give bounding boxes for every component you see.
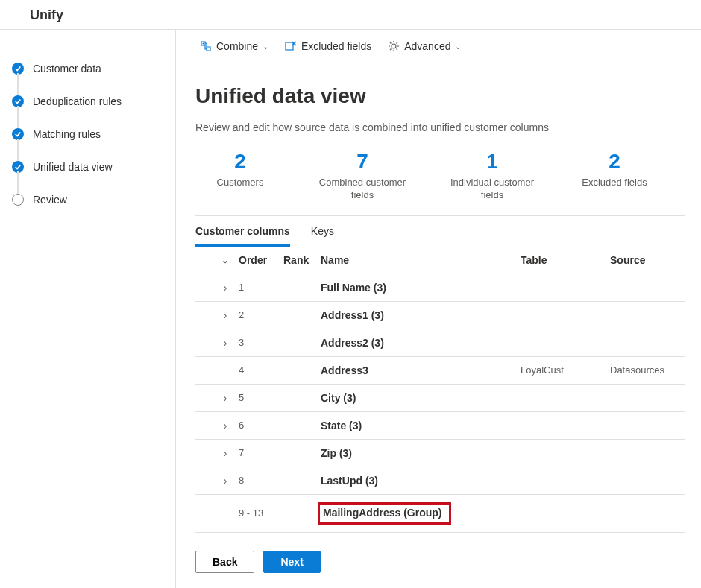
table-header: ⌄ Order Rank Name Table Source: [195, 247, 685, 274]
cell-name: Zip (3): [321, 447, 521, 459]
combine-icon: [200, 40, 212, 52]
order-header[interactable]: Order: [239, 254, 283, 266]
page-title: Unified data view: [195, 84, 685, 108]
table-row[interactable]: ›2Address1 (3): [195, 302, 685, 329]
stat-individual-fields: 1 Individual customer fields: [440, 150, 544, 202]
excluded-label: Excluded fields: [301, 40, 371, 52]
highlighted-name: MailingAddress (Group): [318, 502, 451, 525]
back-button[interactable]: Back: [195, 551, 254, 573]
sidebar-step-matching[interactable]: Matching rules: [12, 118, 160, 151]
svg-point-4: [392, 44, 396, 48]
table-row[interactable]: ›5City (3): [195, 385, 685, 412]
cell-order: 4: [239, 364, 283, 376]
sidebar-step-unified-view[interactable]: Unified data view: [12, 151, 160, 183]
customer-columns-table: ⌄ Order Rank Name Table Source ›1Full Na…: [195, 247, 685, 537]
stat-label: Individual customer fields: [440, 177, 544, 202]
cell-order: 7: [239, 447, 283, 458]
next-button[interactable]: Next: [263, 551, 320, 573]
table-row[interactable]: ›7Zip (3): [195, 440, 685, 467]
stat-excluded-fields: 2 Excluded fields: [570, 150, 659, 202]
table-row[interactable]: ›3Address2 (3): [195, 329, 685, 357]
stat-combined-fields: 7 Combined customer fields: [310, 150, 415, 202]
sidebar-step-review[interactable]: Review: [12, 183, 160, 216]
step-label: Matching rules: [33, 118, 101, 151]
stat-value: 7: [310, 150, 415, 174]
app-header: Unify: [0, 0, 701, 30]
tabs: Customer columns Keys: [195, 215, 685, 247]
layout: Customer data Deduplication rules Matchi…: [0, 30, 701, 588]
advanced-label: Advanced: [404, 40, 450, 52]
combine-label: Combine: [216, 40, 258, 52]
sidebar: Customer data Deduplication rules Matchi…: [0, 30, 176, 588]
stat-value: 2: [195, 150, 285, 174]
table-row[interactable]: 4Address3LoyalCustDatasources: [195, 357, 685, 385]
main-content: Combine ⌄ Excluded fields Advanced ⌄ Uni…: [176, 30, 701, 588]
cell-name: Address2 (3): [321, 337, 521, 349]
stat-value: 2: [570, 150, 659, 174]
step-label: Review: [33, 183, 67, 216]
expand-row-icon[interactable]: ›: [224, 392, 227, 404]
combine-menu[interactable]: Combine ⌄: [200, 40, 268, 52]
expand-column-header[interactable]: ⌄: [212, 255, 239, 265]
name-header[interactable]: Name: [321, 254, 521, 266]
tab-keys[interactable]: Keys: [311, 216, 334, 247]
excluded-icon: [285, 40, 297, 52]
advanced-menu[interactable]: Advanced ⌄: [388, 40, 461, 52]
cell-name: City (3): [321, 392, 521, 404]
excluded-fields-button[interactable]: Excluded fields: [285, 40, 371, 52]
svg-rect-1: [286, 42, 293, 50]
cell-name: State (3): [321, 420, 521, 431]
source-header[interactable]: Source: [610, 254, 685, 266]
step-label: Deduplication rules: [33, 85, 122, 118]
rank-header[interactable]: Rank: [283, 254, 321, 266]
footer-actions: Back Next: [195, 537, 685, 573]
table-col-header[interactable]: Table: [521, 254, 610, 266]
expand-row-icon[interactable]: ›: [224, 447, 227, 459]
cell-source: Datasources: [610, 364, 685, 376]
step-label: Unified data view: [33, 151, 113, 183]
gear-icon: [388, 40, 400, 52]
expand-row-icon[interactable]: ›: [224, 282, 227, 294]
stat-label: Excluded fields: [570, 177, 659, 189]
stat-customers: 2 Customers: [195, 150, 285, 202]
cell-order: 3: [239, 337, 283, 348]
table-row[interactable]: ›8LastUpd (3): [195, 467, 685, 495]
cell-name: Full Name (3): [321, 282, 521, 294]
expand-row-icon[interactable]: ›: [224, 420, 227, 431]
expand-row-icon[interactable]: ›: [224, 309, 227, 321]
stat-value: 1: [440, 150, 544, 174]
stats-row: 2 Customers 7 Combined customer fields 1…: [195, 150, 685, 215]
sidebar-step-customer-data[interactable]: Customer data: [12, 52, 160, 85]
expand-row-icon[interactable]: ›: [224, 475, 227, 487]
table-row[interactable]: 9 - 13MailingAddress (Group): [195, 495, 685, 533]
cell-order: 9 - 13: [239, 508, 283, 519]
page-subtitle: Review and edit how source data is combi…: [195, 121, 685, 133]
cell-order: 2: [239, 309, 283, 320]
cell-order: 5: [239, 392, 283, 403]
stat-label: Combined customer fields: [310, 177, 415, 202]
empty-circle-icon: [12, 194, 24, 206]
svg-point-0: [203, 43, 204, 45]
cell-name: MailingAddress (Group): [321, 502, 521, 525]
cell-order: 1: [239, 282, 283, 293]
cell-order: 6: [239, 420, 283, 431]
table-row[interactable]: ›6State (3): [195, 412, 685, 440]
chevron-down-icon: ⌄: [263, 42, 268, 51]
cell-table: LoyalCust: [521, 364, 610, 376]
stat-label: Customers: [195, 177, 285, 189]
step-label: Customer data: [33, 52, 101, 85]
cell-name: LastUpd (3): [321, 475, 521, 487]
sidebar-step-deduplication[interactable]: Deduplication rules: [12, 85, 160, 118]
cell-order: 8: [239, 475, 283, 486]
cell-name: Address3: [321, 364, 521, 376]
cell-name: Address1 (3): [321, 309, 521, 321]
tab-customer-columns[interactable]: Customer columns: [195, 216, 290, 247]
chevron-down-icon: ⌄: [455, 42, 461, 51]
toolbar: Combine ⌄ Excluded fields Advanced ⌄: [195, 30, 685, 63]
expand-row-icon[interactable]: ›: [224, 337, 227, 349]
table-row[interactable]: ›1Full Name (3): [195, 274, 685, 302]
